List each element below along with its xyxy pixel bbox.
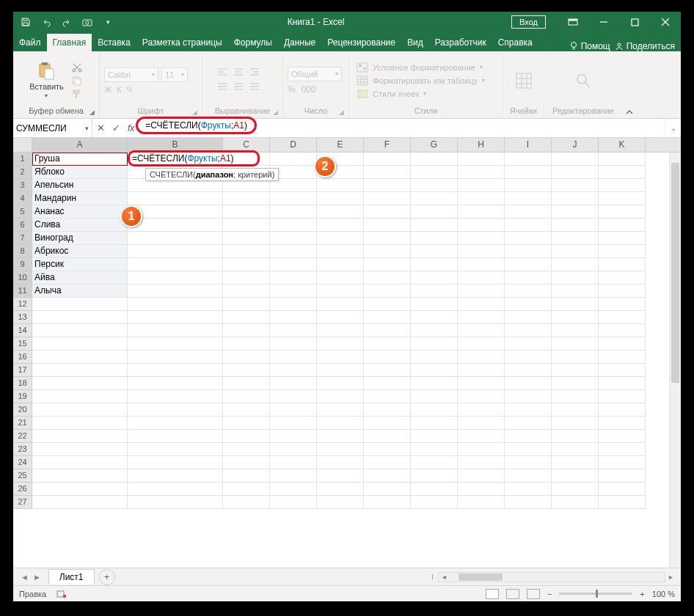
- cell[interactable]: [411, 179, 458, 192]
- cell[interactable]: [364, 364, 411, 377]
- cell[interactable]: [458, 377, 505, 390]
- cell[interactable]: [505, 483, 552, 496]
- tab-file[interactable]: Файл: [13, 34, 47, 51]
- row-header[interactable]: 22: [13, 430, 32, 443]
- grid[interactable]: ABCDEFGHIJK 1Груша2Яблоко3Апельсин4Манда…: [13, 138, 681, 568]
- column-header[interactable]: F: [364, 138, 411, 152]
- cell[interactable]: [317, 285, 364, 298]
- cell[interactable]: [128, 403, 223, 417]
- cell[interactable]: [599, 483, 646, 496]
- cell[interactable]: [32, 324, 128, 337]
- cell[interactable]: [364, 351, 411, 364]
- cell[interactable]: [458, 351, 505, 364]
- cell[interactable]: [317, 443, 364, 456]
- cell[interactable]: [411, 337, 458, 351]
- cell[interactable]: [552, 324, 599, 337]
- cell[interactable]: [223, 219, 270, 232]
- cell[interactable]: [411, 245, 458, 258]
- cell[interactable]: [599, 469, 646, 483]
- cell[interactable]: [223, 298, 270, 311]
- cell[interactable]: [505, 469, 552, 483]
- zoom-level[interactable]: 100 %: [652, 590, 675, 598]
- cell[interactable]: [32, 483, 128, 496]
- row-header[interactable]: 6: [13, 219, 32, 232]
- cell[interactable]: [552, 232, 599, 245]
- paste-button[interactable]: Вставить ▾: [26, 60, 67, 100]
- cell[interactable]: [599, 271, 646, 285]
- cell[interactable]: [458, 192, 505, 205]
- cell[interactable]: [458, 271, 505, 285]
- cell[interactable]: [458, 179, 505, 192]
- cell[interactable]: [505, 337, 552, 351]
- cell[interactable]: Апельсин: [32, 179, 128, 192]
- row-header[interactable]: 20: [13, 403, 32, 417]
- cell[interactable]: [270, 205, 317, 219]
- pagebreak-view-icon[interactable]: [527, 589, 540, 599]
- column-header[interactable]: I: [505, 138, 552, 152]
- cell[interactable]: [128, 443, 223, 456]
- cell[interactable]: [364, 390, 411, 403]
- close-button[interactable]: [650, 12, 681, 32]
- cell[interactable]: [270, 351, 317, 364]
- cell[interactable]: [32, 417, 128, 430]
- row-header[interactable]: 7: [13, 232, 32, 245]
- cell[interactable]: [364, 298, 411, 311]
- cell[interactable]: Персик: [32, 258, 128, 271]
- row-header[interactable]: 17: [13, 364, 32, 377]
- cell[interactable]: [223, 271, 270, 285]
- cell[interactable]: [411, 430, 458, 443]
- cell[interactable]: [599, 232, 646, 245]
- cell[interactable]: [223, 258, 270, 271]
- cell[interactable]: [505, 258, 552, 271]
- cell[interactable]: [32, 443, 128, 456]
- cell[interactable]: [270, 403, 317, 417]
- cell[interactable]: [32, 337, 128, 351]
- share-button[interactable]: Поделиться: [615, 41, 675, 51]
- column-header[interactable]: E: [317, 138, 364, 152]
- cell[interactable]: [270, 245, 317, 258]
- row-header[interactable]: 21: [13, 417, 32, 430]
- cell[interactable]: [317, 271, 364, 285]
- ribbon-options-icon[interactable]: [558, 12, 588, 32]
- cell[interactable]: [32, 351, 128, 364]
- cell[interactable]: [270, 417, 317, 430]
- save-icon[interactable]: [21, 17, 31, 27]
- zoom-in-icon[interactable]: +: [640, 590, 644, 598]
- cell[interactable]: [599, 403, 646, 417]
- cell[interactable]: [552, 496, 599, 509]
- cell[interactable]: [411, 219, 458, 232]
- row-header[interactable]: 14: [13, 324, 32, 337]
- cell[interactable]: [411, 456, 458, 469]
- cell[interactable]: [223, 351, 270, 364]
- cell[interactable]: [552, 483, 599, 496]
- cell[interactable]: [270, 456, 317, 469]
- cell[interactable]: [505, 153, 552, 166]
- tab-developer[interactable]: Разработчик: [429, 34, 492, 51]
- collapse-ribbon-icon[interactable]: [622, 51, 637, 118]
- cell[interactable]: [411, 258, 458, 271]
- cell[interactable]: [505, 390, 552, 403]
- cell[interactable]: [317, 205, 364, 219]
- column-header[interactable]: J: [552, 138, 599, 152]
- cell[interactable]: [32, 496, 128, 509]
- cell[interactable]: [552, 469, 599, 483]
- cell[interactable]: [411, 443, 458, 456]
- cell[interactable]: [552, 417, 599, 430]
- cell[interactable]: [458, 285, 505, 298]
- editing-cell[interactable]: =СЧЁТЕСЛИ(Фрукты;A1): [128, 150, 260, 166]
- cell[interactable]: [599, 337, 646, 351]
- cell[interactable]: [223, 496, 270, 509]
- zoom-slider[interactable]: [559, 593, 632, 595]
- cell[interactable]: [317, 377, 364, 390]
- row-header[interactable]: 9: [13, 258, 32, 271]
- column-header[interactable]: G: [411, 138, 458, 152]
- cell[interactable]: [364, 483, 411, 496]
- formula-input[interactable]: =СЧЁТЕСЛИ(Фрукты;A1): [139, 119, 665, 137]
- cell[interactable]: [411, 298, 458, 311]
- cell[interactable]: [128, 324, 223, 337]
- cell[interactable]: [223, 469, 270, 483]
- cell[interactable]: [552, 443, 599, 456]
- cell[interactable]: [128, 456, 223, 469]
- cell[interactable]: [599, 285, 646, 298]
- cell[interactable]: [270, 311, 317, 324]
